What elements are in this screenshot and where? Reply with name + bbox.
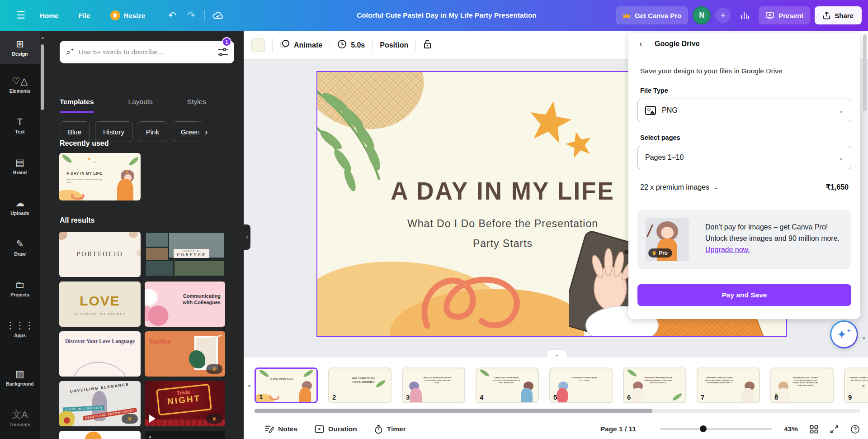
template-communicating[interactable]: Communicating with Colleagues	[145, 282, 225, 327]
tab-styles[interactable]: Styles	[187, 98, 206, 113]
hamburger-menu-icon[interactable]: ☰	[12, 6, 30, 24]
chips-scroll-right-icon[interactable]: ›	[196, 121, 217, 142]
scroll-down-icon[interactable]: ▼	[862, 336, 866, 341]
sidebar-item-background[interactable]: ▨ Background	[0, 357, 40, 398]
template-partial-left[interactable]	[59, 431, 141, 439]
slide-subtitle-line2[interactable]: Party Starts	[363, 238, 643, 250]
page-thumbnail-4[interactable]: I EXERCISED THIS MORNING NOT JUST STRETC…	[476, 367, 539, 403]
cloud-saved-icon[interactable]	[208, 6, 227, 24]
undo-icon[interactable]: ↶	[163, 6, 182, 24]
template-results-grid: PORTFOLIO TODAY & FOREVER LOVE IS ALWAYS…	[59, 232, 225, 439]
share-button[interactable]: Share	[815, 6, 862, 24]
pro-crown-badge: ♛	[122, 414, 138, 424]
filmstrip-scroll-right-icon[interactable]: ▸	[862, 382, 865, 389]
template-love-language[interactable]: Discover Your Love Language	[59, 331, 141, 377]
select-pages-select[interactable]: Pages 1–10 ⌄	[637, 146, 851, 169]
help-icon[interactable]	[850, 425, 860, 434]
sidebar-item-translate[interactable]: 文A Translate	[0, 398, 40, 439]
chip-pink[interactable]: Pink	[138, 121, 167, 142]
page-thumbnail-7[interactable]: I PREPARED VARIOUS CAKES AND SOME SWEET …	[697, 367, 760, 403]
page-thumbnail-3[interactable]: I REALLY LIKE READING BOOKS I DO IT EVER…	[402, 367, 465, 403]
duration-button[interactable]: 5.0s	[337, 39, 365, 51]
pay-and-save-button[interactable]: Pay and Save	[637, 284, 851, 306]
timer-icon	[374, 425, 383, 434]
avatar[interactable]: N	[693, 6, 711, 24]
sparkle-icon: ✦✦	[837, 328, 851, 342]
sidebar-item-elements[interactable]: ♡△ Elements	[0, 64, 40, 105]
image-file-icon	[645, 106, 656, 115]
page-thumbnail-1[interactable]: A DAY IN MY LIFE 1	[255, 367, 318, 403]
animate-button[interactable]: Animate	[280, 39, 322, 51]
insights-icon[interactable]	[735, 6, 754, 24]
present-button[interactable]: Present	[759, 6, 810, 24]
timer-button[interactable]: Timer	[374, 425, 406, 434]
notes-button[interactable]: Notes	[264, 425, 297, 434]
filmstrip-scrollbar[interactable]	[255, 409, 860, 413]
premium-images-summary[interactable]: 22 x premium images	[640, 183, 709, 191]
redo-icon[interactable]: ↷	[182, 6, 201, 24]
lock-button[interactable]	[423, 39, 432, 51]
panel-collapse-handle[interactable]: ‹	[244, 224, 250, 250]
scroll-up-icon[interactable]: ▲	[41, 35, 45, 40]
sidebar-item-projects[interactable]: 🗀 Projects	[0, 268, 40, 309]
tab-layouts[interactable]: Layouts	[128, 98, 153, 113]
templates-panel: ▲ ⌕✦ 1 Templates Layouts Styles Blue His…	[40, 31, 244, 439]
zoom-slider-knob[interactable]	[700, 425, 707, 432]
recent-template-thumbnail[interactable]: ★ ★ ♛ A DAY IN MY LIFE What Do I Do Befo…	[59, 153, 141, 200]
share-icon	[823, 11, 830, 19]
window-scrollbar[interactable]	[863, 34, 867, 111]
animate-icon	[280, 39, 290, 51]
sidebar-item-brand[interactable]: ▤ Brand	[0, 146, 40, 186]
menu-resize[interactable]: ♛ Resize	[100, 6, 156, 24]
canva-assistant-button[interactable]: ✦✦	[830, 320, 858, 348]
draw-icon: ✎	[16, 239, 24, 248]
panel-tabs: Templates Layouts Styles	[60, 98, 206, 113]
page-thumbnail-5[interactable]: MY NEWEST ONLINE ORDER TILL TODAY! 5	[549, 367, 613, 403]
page-indicator[interactable]: Page 1 / 11	[600, 425, 636, 433]
sidebar-item-text[interactable]: T Text	[0, 105, 40, 146]
template-unveiling-elegance[interactable]: UNVEILING ELEGANCE A DIVE INTO FASHION B…	[59, 381, 141, 426]
template-partial-right[interactable]: ▲	[145, 431, 225, 439]
upgrade-now-link[interactable]: Upgrade now.	[705, 246, 750, 253]
template-fashion[interactable]: Fashion ♛	[145, 331, 225, 377]
search-input[interactable]	[79, 48, 218, 56]
panel-scrollbar[interactable]	[41, 44, 44, 110]
page-thumbnail-6[interactable]: THE WORK PRESENTATION I'VE BEEN STRESSIN…	[623, 367, 686, 403]
sidebar-item-apps[interactable]: ⋮⋮⋮ Apps	[0, 309, 40, 349]
tab-templates[interactable]: Templates	[60, 98, 94, 113]
slide-subtitle-line1[interactable]: What Do I Do Before the Presentation	[363, 218, 643, 230]
position-button[interactable]: Position	[380, 41, 408, 49]
file-type-select[interactable]: PNG ⌄	[637, 99, 851, 122]
template-today-forever[interactable]: TODAY & FOREVER	[145, 232, 225, 277]
google-drive-export-panel: ‹ Google Drive Save your design to your …	[628, 33, 860, 319]
background-color-swatch[interactable]	[251, 38, 265, 52]
sidebar-item-design[interactable]: ⊞ Design	[0, 31, 40, 64]
sidebar-item-draw[interactable]: ✎ Draw	[0, 227, 40, 268]
divider	[372, 38, 373, 52]
divider	[159, 10, 159, 21]
uploads-icon: ☁	[15, 198, 25, 208]
grid-view-icon[interactable]	[810, 425, 818, 434]
sidebar-item-uploads[interactable]: ☁ Uploads	[0, 186, 40, 227]
menu-file[interactable]: File	[69, 6, 100, 24]
back-icon[interactable]: ‹	[639, 38, 651, 49]
page-thumbnail-2[interactable]: WELCOME TO MY LIFE'S JOURNEY 2	[328, 367, 392, 403]
template-trivia-night[interactable]: Trivia NIGHT ♛	[145, 381, 225, 426]
get-canva-pro-button[interactable]: Get Canva Pro	[616, 6, 688, 24]
zoom-value[interactable]: 43%	[784, 425, 798, 433]
chevron-down-icon[interactable]: ⌄	[714, 184, 718, 191]
fullscreen-icon[interactable]	[830, 425, 839, 434]
template-love[interactable]: LOVE IS ALWAYS THE ANSWER	[59, 282, 141, 327]
filmstrip-scroll-left-icon[interactable]: ◂	[247, 382, 250, 389]
menu-home[interactable]: Home	[30, 6, 69, 24]
top-bar: ☰ Home File ♛ Resize ↶ ↷ Colorful Cute P…	[0, 0, 868, 31]
zoom-slider[interactable]	[660, 428, 772, 430]
slide-title[interactable]: A DAY IN MY LIFE	[363, 176, 643, 205]
duration-bar-button[interactable]: Duration	[315, 425, 357, 434]
page-thumbnail-8[interactable]: WE BAKING CUTE COOKIES FOR THE PRESENTAT…	[770, 367, 834, 403]
filter-icon[interactable]	[218, 48, 228, 56]
design-title[interactable]: Colorful Cute Pastel Day in My Life Part…	[357, 0, 537, 31]
add-member-button[interactable]: +	[715, 8, 731, 23]
divider	[204, 10, 205, 21]
template-portfolio[interactable]: PORTFOLIO	[59, 232, 141, 277]
